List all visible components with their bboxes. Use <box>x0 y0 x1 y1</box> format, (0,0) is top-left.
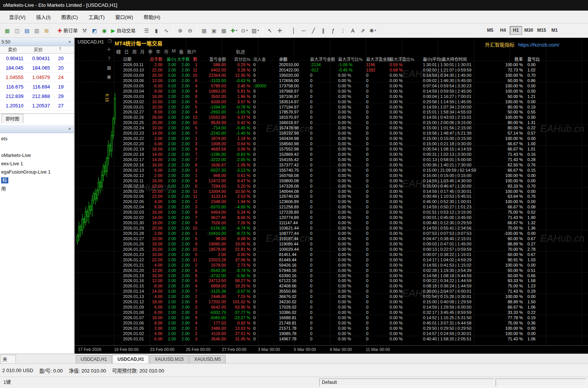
chart-tab-XAUUSD,M5[interactable]: XAUUSD,M5 <box>189 355 226 363</box>
metaeditor-icon[interactable]: ⚒ <box>80 26 89 35</box>
chart-area[interactable]: USDCAD,H1 ❐ ✛?▦▣ 6:16 外汇智能指标 https://fxz… <box>75 38 588 354</box>
arrows-icon[interactable]: ⇗ <box>358 26 367 35</box>
profile-selector[interactable]: Default <box>319 379 494 386</box>
market-watch-row[interactable]: 212.839212.86829 <box>0 92 74 101</box>
menu-item-显示(V)[interactable]: 显示(V) <box>4 12 31 22</box>
navigator-item-eex-Live 1[interactable]: eex-Live 1 <box>0 160 23 168</box>
stats-menu-综[interactable]: 综 <box>116 48 121 55</box>
tab-tick-chart[interactable]: 即时图 <box>2 114 23 123</box>
stats-cell-mflp: 0.00 % <box>337 337 365 342</box>
stats-menu-月[interactable]: 月 <box>140 48 145 55</box>
candlestick-icon[interactable]: ▮ <box>152 26 161 35</box>
navigator-item-oMarkets-Live[interactable]: oMarkets-Live <box>0 152 31 159</box>
vertical-line-icon[interactable]: │ <box>289 26 298 35</box>
menu-item-图表(C)[interactable]: 图表(C) <box>56 12 83 22</box>
strategy-tester-icon[interactable]: ◩ <box>90 26 99 35</box>
menu-item-插入(I)[interactable]: 插入(I) <box>31 12 56 22</box>
stats-menu-轨迹[interactable]: 轨迹 <box>236 48 245 55</box>
market-watch-row[interactable]: 1.205101.2053727 <box>0 101 74 110</box>
bid-column-header[interactable]: 卖价 <box>0 46 25 53</box>
market-watch-row[interactable]: 1.045551.0457924 <box>0 73 74 82</box>
crosshair-icon[interactable]: ✛ <box>275 26 284 35</box>
stats-cell-pl: 17202.00 <box>197 300 226 305</box>
data-window-icon[interactable]: ▥ <box>32 26 41 35</box>
indicator-camera-icon[interactable]: ▣ <box>106 74 112 79</box>
spread-value: 29 <box>50 93 66 99</box>
menu-item-窗口(W)[interactable]: 窗口(W) <box>110 12 138 22</box>
trendline-icon[interactable]: ╱ <box>309 26 318 35</box>
ask-column-header[interactable]: 买价 <box>25 46 51 53</box>
chart-tab-USDCAD,H1[interactable]: USDCAD,H1 <box>76 355 112 363</box>
stats-cell-pl: 177.03 <box>197 321 226 326</box>
navigator-item-用[interactable]: 用 <box>0 186 6 193</box>
indicators-icon[interactable]: ✚▾ <box>229 26 239 35</box>
chevron-down-icon[interactable]: ▾ <box>246 29 248 32</box>
indicator-panel-icon[interactable]: ▦ <box>106 65 112 70</box>
navigator-icon[interactable]: ⊞ <box>42 26 51 35</box>
horizontal-line-icon[interactable]: ─ <box>299 26 308 35</box>
navigator-item-egaFusionGroup-Live 1[interactable]: egaFusionGroup-Live 1 <box>0 169 51 176</box>
timeframe-button-H4[interactable]: H4 <box>497 26 509 35</box>
chart-restore-icon[interactable]: ❐ <box>108 39 112 44</box>
grid-dots-icon[interactable]: ⋮ <box>338 26 348 35</box>
profiles-icon[interactable]: ◫ <box>12 26 22 35</box>
close-icon[interactable]: × <box>67 126 72 132</box>
cursor-icon[interactable]: ↖ <box>265 26 275 35</box>
stats-menu-M[interactable]: M <box>172 48 176 55</box>
periods-icon[interactable]: ⊙▾ <box>240 26 250 35</box>
indicator-help-icon[interactable]: ? <box>106 56 112 61</box>
templates-icon[interactable]: ▧▾ <box>250 26 260 35</box>
menu-item-工具(T)[interactable]: 工具(T) <box>83 12 110 22</box>
auto-trading-button[interactable]: ▶自动交易 <box>109 26 137 35</box>
global-variables-icon[interactable]: ◉ <box>100 26 109 35</box>
stats-menu-币[interactable]: 币 <box>164 48 168 55</box>
cascade-windows-icon[interactable]: ▩ <box>219 26 228 35</box>
chart-window-icon[interactable]: ▦ <box>3 26 12 35</box>
stats-cell-pct: 10.50 % <box>226 189 250 194</box>
menu-item-帮助(H)[interactable]: 帮助(H) <box>138 12 165 22</box>
timeframe-button-M1[interactable]: M1 <box>548 26 561 35</box>
market-watch-row[interactable]: 184.045184.06520 <box>0 63 74 73</box>
tile-windows-icon[interactable]: ▣ <box>209 26 218 35</box>
chevron-down-icon[interactable]: ▾ <box>375 29 376 32</box>
line-chart-icon[interactable]: ∿ <box>162 26 171 35</box>
stats-cell-mfpp: 0.00 % <box>388 110 422 115</box>
chevron-down-icon[interactable]: ▾ <box>257 29 259 32</box>
channel-icon[interactable]: ∥ <box>319 26 328 35</box>
bar-chart-icon[interactable]: ☰ <box>142 26 151 35</box>
stats-menu-日[interactable]: 日 <box>124 48 129 55</box>
stats-menu-季[interactable]: 季 <box>148 48 153 55</box>
market-watch-row[interactable]: 116.675116.69419 <box>0 82 74 92</box>
draw-tools-icon[interactable]: ✱▾ <box>368 26 378 35</box>
timeframe-button-H1[interactable]: H1 <box>510 26 522 35</box>
navigator-item-标[interactable]: 标 <box>0 177 8 184</box>
fibonacci-icon[interactable]: ƒ <box>329 26 338 35</box>
chart-tab-XAUUSD,M15[interactable]: XAUUSD,M15 <box>150 355 189 363</box>
stats-menu-账户[interactable]: 账户 <box>187 48 196 55</box>
navigator-bottom-tab[interactable]: 夹 <box>1 355 16 363</box>
new-order-button[interactable]: ✚新订单 <box>56 26 79 35</box>
spread-column-header[interactable]: ! <box>51 46 69 53</box>
stats-cell-io: 0 <box>250 289 277 294</box>
stats-cell-pct: 8.66 % <box>226 215 250 220</box>
stats-menu-备[interactable]: 备 <box>179 48 184 55</box>
stats-cell-io: 0 <box>250 252 277 258</box>
stats-cell-date: 2026.01.08 <box>123 310 147 315</box>
chevron-down-icon[interactable]: ▾ <box>236 29 237 32</box>
stats-cell-pl: -1286.00 <box>197 152 226 157</box>
market-watch-icon[interactable]: ▤ <box>22 26 31 35</box>
navigator-item-ets[interactable]: ets <box>0 135 8 143</box>
grid-icon[interactable]: ▦ <box>200 26 209 35</box>
zoom-in-icon[interactable]: ⊕ <box>176 26 185 35</box>
indicator-move-icon[interactable]: ✛ <box>106 47 112 52</box>
chart-tab-USDCAD,H1[interactable]: USDCAD,H1 <box>112 355 149 363</box>
text-icon[interactable]: A <box>348 26 357 35</box>
timeframe-button-M15[interactable]: M15 <box>535 26 548 35</box>
market-watch-row[interactable]: 0.904110.9043120 <box>0 54 74 63</box>
timeframe-button-M30[interactable]: M30 <box>522 26 535 35</box>
close-icon[interactable]: × <box>67 39 72 45</box>
zoom-out-icon[interactable]: ⊖ <box>186 26 195 35</box>
stats-menu-年[interactable]: 年 <box>156 48 161 55</box>
timeframe-button-M5[interactable]: M5 <box>484 26 496 35</box>
stats-menu-周[interactable]: 周 <box>132 48 137 55</box>
